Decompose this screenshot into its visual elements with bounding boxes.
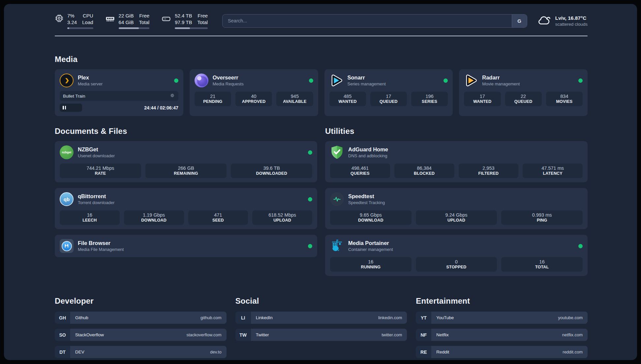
service-card-portainer[interactable]: Media Portainer Container management 16R…	[325, 235, 588, 276]
stat-tile: 9.65 GbpsDOWNLOAD	[330, 210, 412, 225]
link-url: youtube.com	[558, 315, 583, 320]
link-abbr: GH	[55, 312, 70, 324]
service-card-nzbget[interactable]: nzbget NZBGet Usenet downloader 744.21 M…	[55, 141, 317, 182]
disk-icon	[161, 14, 171, 24]
storage-free-value: 52.4 TB	[175, 13, 192, 19]
gear-icon[interactable]	[169, 93, 175, 100]
service-subtitle: Media server	[78, 81, 103, 86]
search-provider-button[interactable]: G	[512, 15, 527, 27]
stat-tile: 0.993 msPING	[501, 210, 583, 225]
link-abbr: NF	[416, 329, 431, 341]
search-input[interactable]	[223, 15, 512, 27]
link-name: LinkedIn	[256, 315, 273, 320]
cpu-icon	[55, 14, 64, 23]
service-subtitle: Container management	[348, 247, 393, 252]
link-abbr: DT	[55, 346, 70, 358]
overseerr-icon	[195, 74, 208, 87]
documents-column: Documents & Files nzbget NZBGet Usenet d…	[55, 127, 317, 257]
stat-tile: 39.6 TBDOWNLOADED	[231, 164, 312, 178]
link-row-youtube[interactable]: YT YouTubeyoutube.com	[416, 312, 588, 324]
stat-tile: 196SERIES	[411, 92, 448, 106]
playback-progress: 24:44 / 02:06:47	[60, 104, 178, 112]
section-title-utilities: Utilities	[325, 127, 588, 136]
service-title: Speedtest	[348, 193, 385, 199]
service-title: Overseerr	[213, 75, 244, 81]
service-card-radarr[interactable]: Radarr Movie management 17WANTED 22QUEUE…	[459, 69, 588, 116]
service-title: Media Portainer	[348, 240, 393, 246]
service-card-overseerr[interactable]: Overseerr Media Requests 21PENDING 40APP…	[190, 69, 318, 116]
link-name: Reddit	[436, 349, 449, 354]
stat-tile: 21PENDING	[195, 92, 231, 106]
service-title: AdGuard Home	[348, 146, 388, 153]
stat-tile: 16RUNNING	[330, 257, 412, 272]
link-name: YouTube	[436, 315, 454, 320]
link-abbr: TW	[235, 329, 251, 341]
cpu-load-value: 3.24	[67, 19, 77, 26]
stat-tile: 618.52 MbpsUPLOAD	[252, 210, 312, 225]
status-dot	[578, 244, 583, 248]
stat-tile: 834MOVIES	[546, 92, 583, 106]
link-url: netflix.com	[562, 332, 583, 337]
link-row-reddit[interactable]: RE Redditreddit.com	[416, 346, 588, 358]
link-name: Netflix	[436, 332, 449, 337]
service-card-plex[interactable]: Plex Media server Bullet Train	[55, 69, 183, 116]
stat-tile: 16TOTAL	[501, 257, 583, 272]
storage-total-value: 97.9 TB	[175, 19, 192, 26]
speedtest-icon	[330, 192, 344, 206]
service-subtitle: Usenet downloader	[78, 153, 115, 158]
memory-total-value: 64 GiB	[119, 19, 134, 26]
dashboard: 7% 3.24 CPU Load	[4, 4, 637, 360]
link-row-linkedin[interactable]: LI LinkedInlinkedin.com	[235, 312, 407, 324]
link-row-twitter[interactable]: TW Twittertwitter.com	[235, 329, 407, 341]
pause-icon[interactable]	[63, 106, 66, 109]
stat-tile: 2,953FILTERED	[459, 164, 519, 178]
link-url: linkedin.com	[378, 315, 402, 320]
radarr-icon	[464, 74, 478, 87]
entertainment-section: Entertainment YT YouTubeyoutube.com NF N…	[416, 296, 588, 358]
social-section: Social LI LinkedInlinkedin.com TW Twitte…	[235, 296, 407, 341]
utilities-column: Utilities	[325, 127, 588, 276]
now-playing-track: Bullet Train	[60, 91, 178, 101]
stat-tile: 0STOPPED	[416, 257, 497, 272]
link-url: stackoverflow.com	[186, 332, 221, 337]
status-dot	[174, 78, 178, 83]
link-row-github[interactable]: GH Githubgithub.com	[55, 312, 227, 324]
stat-tile: 1.19 GbpsDOWNLOAD	[124, 210, 184, 225]
section-title-documents: Documents & Files	[55, 127, 317, 136]
link-row-dev[interactable]: DT DEVdev.to	[55, 346, 227, 358]
system-stats: 7% 3.24 CPU Load	[55, 13, 208, 29]
weather-location: Lviv, 16.87°C	[555, 15, 588, 21]
service-card-filebrowser[interactable]: File Browser Media File Management	[55, 235, 317, 257]
service-card-adguard[interactable]: AdGuard Home DNS and adblocking 498,461Q…	[325, 141, 588, 182]
service-subtitle: Series management	[348, 81, 386, 86]
memory-stat: 22 GiB 64 GiB Free Total	[105, 13, 150, 29]
service-card-qbittorrent[interactable]: qb qBittorrent Torrent downloader 16LEEC…	[55, 188, 317, 229]
cpu-usage-label: CPU	[83, 13, 93, 19]
link-row-netflix[interactable]: NF Netflixnetflix.com	[416, 329, 588, 341]
link-url: reddit.com	[563, 349, 583, 354]
ram-icon	[105, 14, 115, 24]
stat-tile: 47.571 msLATENCY	[523, 164, 583, 178]
service-card-speedtest[interactable]: Speedtest Speedtest Tracking 9.65 GbpsDO…	[325, 188, 588, 229]
service-subtitle: Movie management	[482, 81, 520, 86]
status-dot	[309, 78, 313, 83]
service-title: Radarr	[482, 75, 520, 81]
header-divider	[55, 36, 588, 36]
stat-tile: 485WANTED	[329, 92, 366, 106]
service-title: qBittorrent	[78, 193, 114, 199]
link-url: dev.to	[210, 349, 221, 354]
service-card-sonarr[interactable]: Sonarr Series management 485WANTED 17QUE…	[324, 69, 453, 116]
service-title: Sonarr	[348, 75, 386, 81]
status-dot	[443, 78, 448, 83]
weather-condition: scattered clouds	[555, 22, 588, 27]
plex-now-playing: Bullet Train 24:44 / 02:06:47	[60, 91, 178, 112]
sonarr-icon	[329, 74, 343, 87]
stat-tile: 744.21 MbpsRATE	[60, 164, 141, 178]
portainer-icon	[330, 239, 344, 253]
stat-tile: 16LEECH	[60, 210, 120, 225]
link-name: Github	[75, 315, 88, 320]
section-title-entertainment: Entertainment	[416, 296, 588, 306]
status-dot	[308, 197, 312, 201]
link-row-stackoverflow[interactable]: SO StackOverflowstackoverflow.com	[55, 329, 227, 341]
media-grid: Plex Media server Bullet Train	[55, 69, 588, 116]
